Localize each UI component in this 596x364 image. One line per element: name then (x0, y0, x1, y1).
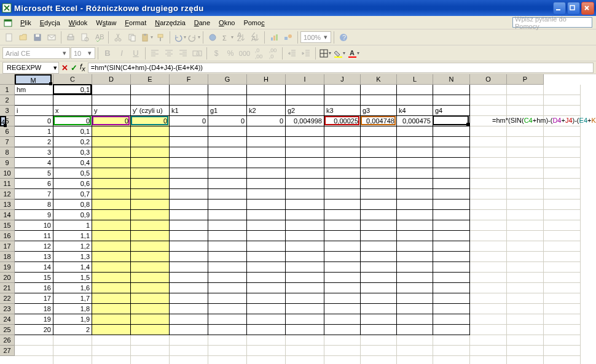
cell-E6[interactable] (131, 137, 170, 147)
cell-I24[interactable] (286, 325, 324, 335)
cell-C3[interactable]: x (53, 106, 92, 116)
cell-J2[interactable] (324, 95, 361, 106)
cell-P5[interactable] (544, 126, 581, 137)
cell-B24[interactable]: 20 (15, 325, 53, 335)
cell-K26[interactable] (361, 346, 397, 356)
cell-B7[interactable]: 3 (15, 147, 53, 158)
cell-E14[interactable] (131, 220, 170, 231)
cell-H18[interactable] (247, 262, 286, 273)
cell-I25[interactable] (286, 335, 324, 346)
cell-M18[interactable] (433, 262, 470, 273)
cell-G13[interactable] (208, 210, 247, 220)
cell-N1[interactable] (470, 85, 507, 95)
cell-H1[interactable] (247, 85, 286, 95)
cell-H19[interactable] (247, 273, 286, 283)
cell-I11[interactable] (286, 189, 324, 199)
cell-N4[interactable] (470, 116, 507, 126)
cell-P19[interactable] (544, 273, 581, 283)
cell-D19[interactable] (92, 273, 131, 283)
cell-E24[interactable] (131, 325, 170, 335)
cell-E26[interactable] (131, 346, 170, 356)
undo-icon[interactable]: ▾ (173, 31, 186, 44)
cell-D11[interactable] (92, 189, 131, 199)
row-header-13[interactable]: 13 (0, 199, 15, 210)
cell-D1[interactable] (92, 85, 131, 95)
cell-E15[interactable] (131, 231, 170, 241)
cell-M16[interactable] (433, 241, 470, 252)
cell-O24[interactable] (507, 325, 544, 335)
cell-P27[interactable] (544, 356, 581, 364)
hyperlink-icon[interactable] (206, 31, 219, 44)
cell-E27[interactable] (131, 356, 170, 364)
cell-I21[interactable] (286, 293, 324, 304)
cell-F5[interactable] (170, 126, 208, 137)
cell-K15[interactable] (361, 231, 397, 241)
cell-N6[interactable] (470, 137, 507, 147)
cell-K14[interactable] (361, 220, 397, 231)
chart-icon[interactable] (267, 31, 281, 44)
col-header-J[interactable]: J (324, 74, 361, 85)
cell-B16[interactable]: 12 (15, 241, 53, 252)
row-header-20[interactable]: 20 (0, 273, 15, 283)
cell-J3[interactable]: k3 (324, 106, 361, 116)
cell-B19[interactable]: 15 (15, 273, 53, 283)
comma-icon[interactable]: 000 (238, 47, 251, 60)
cell-N18[interactable] (470, 262, 507, 273)
cell-P2[interactable] (544, 95, 581, 106)
cell-K21[interactable] (361, 293, 397, 304)
col-header-O[interactable]: O (470, 74, 507, 85)
cell-N16[interactable] (470, 241, 507, 252)
maximize-button[interactable] (567, 2, 580, 15)
cell-H6[interactable] (247, 137, 286, 147)
increase-indent-icon[interactable] (299, 47, 313, 60)
menu-wstaw[interactable]: Wstaw (92, 17, 120, 28)
cell-F6[interactable] (170, 137, 208, 147)
cell-B17[interactable]: 13 (15, 252, 53, 262)
cell-K7[interactable] (361, 147, 397, 158)
cell-F10[interactable] (170, 179, 208, 189)
cell-O12[interactable] (507, 199, 544, 210)
cell-E4[interactable]: 0 (131, 116, 170, 126)
cell-C20[interactable]: 1,6 (53, 283, 92, 293)
row-header-19[interactable]: 19 (0, 262, 15, 273)
cell-J5[interactable] (324, 126, 361, 137)
cell-P6[interactable] (544, 137, 581, 147)
cell-B13[interactable]: 9 (15, 210, 53, 220)
cell-G9[interactable] (208, 168, 247, 179)
cell-K6[interactable] (361, 137, 397, 147)
cell-D23[interactable] (92, 314, 131, 325)
cell-D26[interactable] (92, 346, 131, 356)
cell-E12[interactable] (131, 199, 170, 210)
cell-E13[interactable] (131, 210, 170, 220)
cell-L13[interactable] (397, 210, 433, 220)
menu-widok[interactable]: Widok (65, 17, 92, 28)
cell-O11[interactable] (507, 189, 544, 199)
font-size-combo[interactable]: 10▾ (71, 47, 95, 59)
cell-M11[interactable] (433, 189, 470, 199)
cell-K24[interactable] (361, 325, 397, 335)
col-header-L[interactable]: L (397, 74, 433, 85)
cell-D7[interactable] (92, 147, 131, 158)
cell-I15[interactable] (286, 231, 324, 241)
cell-G24[interactable] (208, 325, 247, 335)
cell-H5[interactable] (247, 126, 286, 137)
cell-E25[interactable] (131, 335, 170, 346)
cell-B20[interactable]: 16 (15, 283, 53, 293)
cell-D27[interactable] (92, 356, 131, 364)
cell-F12[interactable] (170, 199, 208, 210)
cell-L24[interactable] (397, 325, 433, 335)
cell-B26[interactable] (15, 346, 53, 356)
row-header-6[interactable]: 6 (0, 126, 15, 137)
cell-C9[interactable]: 0,5 (53, 168, 92, 179)
cut-icon[interactable] (111, 31, 125, 44)
cell-H4[interactable]: 0 (247, 116, 286, 126)
align-left-icon[interactable] (148, 47, 162, 60)
row-header-5[interactable]: 5 (0, 116, 15, 126)
autosum-icon[interactable]: Σ▾ (220, 31, 233, 44)
cell-F4[interactable]: 0 (170, 116, 208, 126)
cell-L21[interactable] (397, 293, 433, 304)
cell-O14[interactable] (507, 220, 544, 231)
cell-C5[interactable]: 0,1 (53, 126, 92, 137)
cell-E23[interactable] (131, 314, 170, 325)
cell-H25[interactable] (247, 335, 286, 346)
